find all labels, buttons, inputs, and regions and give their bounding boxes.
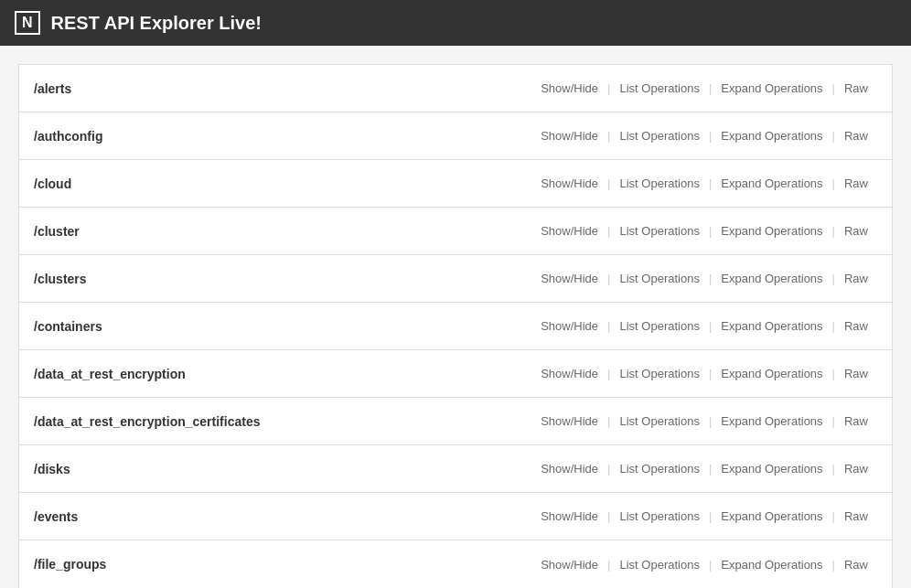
api-endpoint: /authconfig [34, 129, 531, 144]
raw-link[interactable]: Raw [835, 509, 877, 523]
show-hide-link[interactable]: Show/Hide [531, 176, 607, 190]
show-hide-link[interactable]: Show/Hide [531, 224, 607, 238]
table-row: /clustersShow/Hide|List Operations|Expan… [19, 255, 892, 303]
raw-link[interactable]: Raw [835, 176, 877, 190]
raw-link[interactable]: Raw [835, 129, 877, 143]
raw-link[interactable]: Raw [835, 224, 877, 238]
list-operations-link[interactable]: List Operations [610, 367, 708, 380]
expand-operations-link[interactable]: Expand Operations [712, 224, 831, 238]
api-endpoint: /events [34, 509, 531, 524]
expand-operations-link[interactable]: Expand Operations [712, 129, 831, 143]
list-operations-link[interactable]: List Operations [610, 129, 708, 143]
raw-link[interactable]: Raw [835, 319, 877, 333]
expand-operations-link[interactable]: Expand Operations [712, 462, 831, 476]
api-endpoint: /file_groups [34, 557, 531, 572]
api-actions: Show/Hide|List Operations|Expand Operati… [531, 367, 877, 380]
expand-operations-link[interactable]: Expand Operations [712, 367, 831, 380]
list-operations-link[interactable]: List Operations [610, 558, 708, 572]
expand-operations-link[interactable]: Expand Operations [712, 176, 831, 190]
list-operations-link[interactable]: List Operations [610, 81, 708, 95]
table-row: /cloudShow/Hide|List Operations|Expand O… [19, 160, 892, 208]
list-operations-link[interactable]: List Operations [610, 319, 708, 333]
raw-link[interactable]: Raw [835, 462, 877, 476]
show-hide-link[interactable]: Show/Hide [531, 319, 607, 333]
raw-link[interactable]: Raw [835, 414, 877, 428]
table-row: /data_at_rest_encryptionShow/Hide|List O… [19, 350, 892, 398]
api-actions: Show/Hide|List Operations|Expand Operati… [531, 176, 877, 190]
api-endpoint: /data_at_rest_encryption [34, 367, 531, 381]
table-row: /alertsShow/Hide|List Operations|Expand … [19, 65, 892, 112]
raw-link[interactable]: Raw [835, 367, 877, 380]
api-endpoint: /data_at_rest_encryption_certificates [34, 414, 531, 429]
list-operations-link[interactable]: List Operations [610, 272, 708, 285]
api-endpoint: /containers [34, 319, 531, 334]
raw-link[interactable]: Raw [835, 558, 877, 572]
expand-operations-link[interactable]: Expand Operations [712, 414, 831, 428]
api-actions: Show/Hide|List Operations|Expand Operati… [531, 129, 877, 143]
table-row: /file_groupsShow/Hide|List Operations|Ex… [19, 540, 892, 588]
raw-link[interactable]: Raw [835, 81, 877, 95]
api-actions: Show/Hide|List Operations|Expand Operati… [531, 462, 877, 476]
expand-operations-link[interactable]: Expand Operations [712, 509, 831, 523]
app-header: N REST API Explorer Live! [0, 0, 911, 46]
api-actions: Show/Hide|List Operations|Expand Operati… [531, 319, 877, 333]
app-title: REST API Explorer Live! [51, 13, 262, 34]
api-endpoint: /alerts [34, 81, 531, 96]
api-actions: Show/Hide|List Operations|Expand Operati… [531, 272, 877, 285]
app-logo: N [15, 11, 40, 35]
table-row: /authconfigShow/Hide|List Operations|Exp… [19, 112, 892, 160]
show-hide-link[interactable]: Show/Hide [531, 129, 607, 143]
api-endpoint: /clusters [34, 272, 531, 286]
show-hide-link[interactable]: Show/Hide [531, 509, 607, 523]
table-row: /containersShow/Hide|List Operations|Exp… [19, 303, 892, 350]
api-endpoint: /disks [34, 462, 531, 476]
api-actions: Show/Hide|List Operations|Expand Operati… [531, 224, 877, 238]
api-endpoint: /cluster [34, 224, 531, 239]
expand-operations-link[interactable]: Expand Operations [712, 319, 831, 333]
show-hide-link[interactable]: Show/Hide [531, 367, 607, 380]
table-row: /disksShow/Hide|List Operations|Expand O… [19, 445, 892, 493]
list-operations-link[interactable]: List Operations [610, 176, 708, 190]
table-row: /data_at_rest_encryption_certificatesSho… [19, 398, 892, 445]
expand-operations-link[interactable]: Expand Operations [712, 558, 831, 572]
list-operations-link[interactable]: List Operations [610, 509, 708, 523]
list-operations-link[interactable]: List Operations [610, 224, 708, 238]
list-operations-link[interactable]: List Operations [610, 462, 708, 476]
show-hide-link[interactable]: Show/Hide [531, 81, 607, 95]
main-content: /alertsShow/Hide|List Operations|Expand … [0, 46, 911, 588]
table-row: /clusterShow/Hide|List Operations|Expand… [19, 208, 892, 255]
raw-link[interactable]: Raw [835, 272, 877, 285]
api-endpoint: /cloud [34, 176, 531, 191]
expand-operations-link[interactable]: Expand Operations [712, 81, 831, 95]
api-actions: Show/Hide|List Operations|Expand Operati… [531, 414, 877, 428]
list-operations-link[interactable]: List Operations [610, 414, 708, 428]
table-row: /eventsShow/Hide|List Operations|Expand … [19, 493, 892, 540]
api-table: /alertsShow/Hide|List Operations|Expand … [18, 64, 893, 588]
api-actions: Show/Hide|List Operations|Expand Operati… [531, 558, 877, 572]
show-hide-link[interactable]: Show/Hide [531, 462, 607, 476]
api-actions: Show/Hide|List Operations|Expand Operati… [531, 509, 877, 523]
expand-operations-link[interactable]: Expand Operations [712, 272, 831, 285]
show-hide-link[interactable]: Show/Hide [531, 414, 607, 428]
api-actions: Show/Hide|List Operations|Expand Operati… [531, 81, 877, 95]
show-hide-link[interactable]: Show/Hide [531, 558, 607, 572]
show-hide-link[interactable]: Show/Hide [531, 272, 607, 285]
